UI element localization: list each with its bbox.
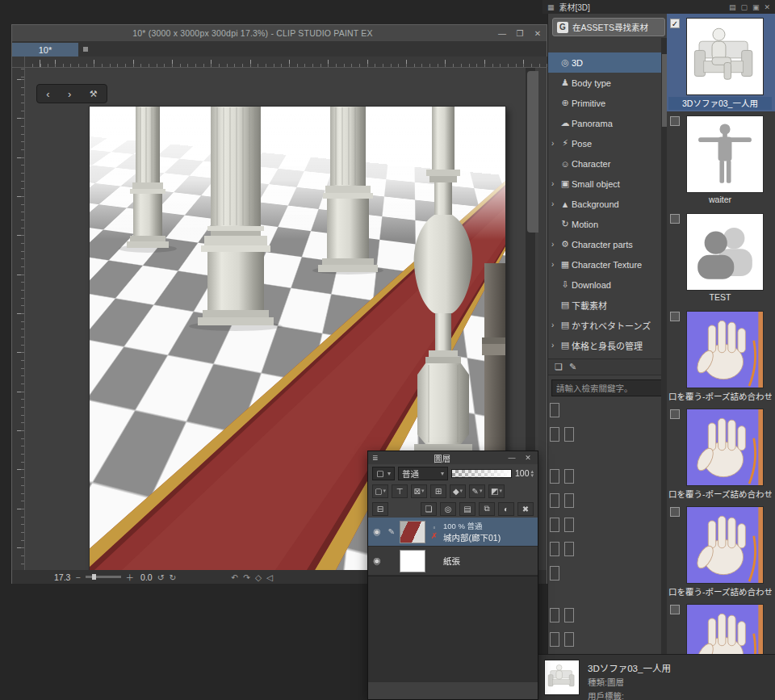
material-checkbox[interactable] [670, 19, 680, 28]
material-thumbnail[interactable]: waiter [667, 111, 775, 209]
zoom-slider[interactable] [86, 576, 121, 578]
expand-icon[interactable]: › [551, 321, 559, 329]
maximize-icon[interactable]: ❐ [511, 29, 529, 38]
document-tab[interactable]: 10* [12, 43, 78, 57]
opacity-slider[interactable] [451, 469, 512, 478]
panel-float-icon[interactable]: ▢ [740, 3, 748, 11]
new-tone-layer-icon[interactable]: ◎ [440, 502, 456, 516]
tree-item[interactable]: › ⚙ Character parts [548, 234, 663, 254]
palette-minimize-icon[interactable]: — [506, 454, 517, 462]
tag-button[interactable] [564, 469, 574, 484]
tag-button[interactable] [550, 469, 559, 484]
material-thumbnail[interactable]: 3Dソファ03_一人用 [667, 14, 775, 111]
panel-dock-icon[interactable]: ▣ [752, 3, 760, 11]
palette-close-icon[interactable]: ✕ [522, 454, 534, 462]
material-thumbnail[interactable]: 口を覆う-ポーズ詰め合わせセ [667, 307, 775, 404]
material-property-icon[interactable]: ❏ [555, 362, 563, 372]
create-mask-icon[interactable]: ◐ [498, 502, 514, 516]
expand-icon[interactable]: › [551, 179, 559, 188]
layer-thumbnail[interactable] [400, 550, 425, 572]
tree-item[interactable]: › ☺ Character [548, 153, 663, 174]
flip-view-icon[interactable]: ◁ [266, 572, 273, 582]
zoom-slider-handle[interactable] [92, 574, 96, 580]
rotate-ccw-icon[interactable]: ↺ [157, 572, 165, 582]
tree-item[interactable]: › ↻ Motion [548, 214, 663, 234]
tag-button[interactable] [550, 608, 559, 622]
zoom-out-icon[interactable]: − [75, 572, 80, 582]
undo-icon[interactable]: ↶ [231, 572, 238, 582]
rotate-cw-icon[interactable]: ↻ [170, 572, 177, 582]
new-folder-icon[interactable]: ▤ [459, 502, 475, 516]
tag-button[interactable] [564, 518, 574, 532]
new-layer-icon[interactable]: ❏ [421, 502, 437, 516]
close-icon[interactable]: ✕ [529, 29, 547, 38]
reference-layer-icon[interactable]: ◆▾ [450, 484, 466, 498]
tag-button[interactable] [550, 403, 559, 417]
material-checkbox[interactable] [670, 409, 680, 419]
tag-button[interactable] [564, 493, 574, 508]
layer-row[interactable]: ◉ ✎ ▫ ✗ 紙張 [368, 547, 538, 576]
ruler-icon[interactable]: ✎▾ [469, 484, 485, 498]
tag-button[interactable] [564, 608, 574, 622]
expand-icon[interactable]: › [551, 139, 559, 148]
expand-icon[interactable]: › [551, 240, 559, 249]
palette-grid-icon[interactable]: ⊟ [372, 502, 388, 516]
layer-visibility-icon[interactable]: ◉ [371, 555, 383, 566]
palette-menu-icon[interactable]: ≣ [372, 454, 379, 462]
duplicate-layer-icon[interactable]: ⧉ [479, 502, 495, 516]
tree-item[interactable]: › ◎ 3D [548, 52, 663, 73]
layer-name[interactable]: 紙張 [443, 555, 460, 567]
expand-icon[interactable]: › [551, 341, 559, 350]
tag-button[interactable] [550, 427, 559, 442]
reset-view-icon[interactable]: ◇ [255, 572, 262, 582]
layer-row[interactable]: ◉ ✎ ▫ ✗ 100 % 普通 城内部(廊下01) [368, 518, 538, 547]
lock-transparent-icon[interactable]: ▢▾ [372, 484, 388, 498]
material-thumbnail[interactable] [667, 600, 775, 654]
lock-layer-icon[interactable]: ⊠▾ [411, 484, 427, 498]
opacity-value[interactable]: 100▴▾ [515, 468, 534, 478]
tag-button[interactable] [550, 542, 559, 556]
tree-item[interactable]: › ⚡ Pose [548, 133, 663, 153]
tree-item[interactable]: › ▤ 体格と身長の管理 [548, 335, 663, 355]
material-checkbox[interactable] [670, 312, 680, 321]
tag-button[interactable] [564, 542, 574, 556]
panel-grid-icon[interactable]: ▦ [547, 3, 555, 11]
expand-icon[interactable]: › [551, 260, 559, 269]
tree-item[interactable]: › ⇩ Download [548, 275, 663, 295]
tree-item[interactable]: › ▦ Character Texture [548, 254, 663, 275]
layer-effect-dropdown[interactable]: ▢▾ [372, 467, 395, 480]
layer-visibility-icon[interactable]: ◉ [371, 526, 383, 537]
redo-icon[interactable]: ↷ [243, 572, 250, 582]
layer-color-icon[interactable]: ◩▾ [488, 484, 505, 498]
material-thumbnail[interactable]: TEST [667, 209, 775, 307]
forward-icon[interactable]: › [68, 88, 71, 100]
material-thumbnail[interactable]: 口を覆う-ポーズ詰め合わせセ [667, 404, 775, 502]
tree-item[interactable]: › ☁ Panorama [548, 113, 663, 133]
search-settings-icon[interactable]: ✎ [569, 362, 576, 372]
window-titlebar[interactable]: 10* (3000 x 3000px 300dpi 17.3%) - CLIP … [12, 25, 547, 41]
panel-list-icon[interactable]: ▤ [729, 3, 736, 11]
tree-item[interactable]: › ▲ Background [548, 194, 663, 214]
tree-item[interactable]: › ♟ Body type [548, 73, 663, 93]
keyword-search-input[interactable] [551, 379, 663, 396]
clip-below-icon[interactable]: ⊞ [430, 484, 446, 498]
assets-search-button[interactable]: G 在ASSETS尋找素材 [552, 18, 665, 36]
tag-button[interactable] [550, 566, 559, 581]
minimize-icon[interactable]: — [493, 29, 511, 38]
material-checkbox[interactable] [670, 507, 680, 517]
tree-item[interactable]: › ▤ かすれベタトーンズ [548, 315, 663, 335]
tag-button[interactable] [550, 493, 559, 508]
back-icon[interactable]: ‹ [46, 88, 49, 100]
material-thumbnail[interactable]: 口を覆う-ポーズ詰め合わせセ [667, 502, 775, 600]
tree-item[interactable]: › ▤ 下載素材 [548, 295, 663, 315]
tag-button[interactable] [550, 590, 664, 603]
material-checkbox[interactable] [670, 116, 680, 126]
tag-button[interactable] [550, 632, 559, 647]
tag-button[interactable] [550, 518, 559, 532]
tree-item[interactable]: › ⊕ Primitive [548, 93, 663, 113]
enable-mask-icon[interactable]: ⊤ [392, 484, 408, 498]
tag-button[interactable] [564, 427, 574, 442]
tag-button[interactable] [564, 632, 574, 647]
zoom-in-icon[interactable]: ＋ [126, 571, 135, 583]
material-checkbox[interactable] [670, 214, 680, 224]
